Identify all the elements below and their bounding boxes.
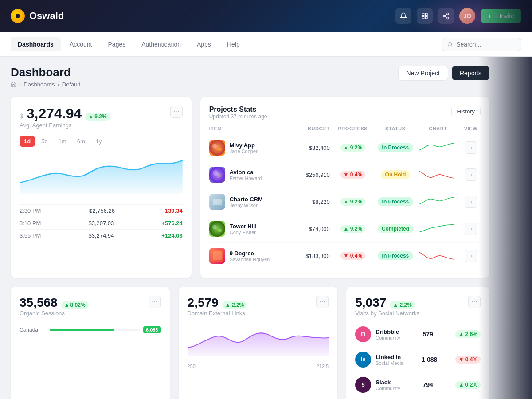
mini-chart-4 <box>419 250 454 262</box>
nav-item-apps[interactable]: Apps <box>190 37 218 51</box>
project-icon-0 <box>209 140 225 156</box>
social-item-dribbble: D Dribbble Community 579 ▲ 2.6% <box>355 322 481 347</box>
reports-button[interactable]: Reports <box>452 66 489 80</box>
links-chart <box>188 325 329 356</box>
social-card: 5,037 ▲ 2.2% Visits by Social Networks ·… <box>346 287 489 399</box>
status-1: On Hold <box>381 170 411 179</box>
invite-button[interactable]: + + Invite <box>481 9 521 23</box>
progress-0: ▲ 9.2% <box>340 144 366 152</box>
svg-line-8 <box>445 14 447 16</box>
layout-button[interactable] <box>417 8 433 24</box>
history-button[interactable]: History <box>451 106 481 117</box>
earnings-more-button[interactable]: ··· <box>170 106 183 118</box>
budget-2: $8,220 <box>291 199 330 205</box>
row-change-0: -139.34 <box>163 207 183 214</box>
up-arrow-icon: ▲ <box>88 113 94 120</box>
budget-1: $256,910 <box>291 172 330 178</box>
user-avatar[interactable]: JD <box>459 8 475 24</box>
row-change-1: +576.24 <box>161 220 182 227</box>
share-button[interactable] <box>438 8 454 24</box>
main-nav: Dashboards Account Pages Authentication … <box>0 32 532 57</box>
project-icon-3 <box>209 221 225 237</box>
projects-updated: Updated 37 minutes ago <box>209 113 267 120</box>
page-title: Dashboard <box>11 66 80 79</box>
linkedin-count: 1,088 <box>422 356 437 363</box>
table-header: ITEM BUDGET PROGRESS STATUS CHART VIEW <box>209 121 481 134</box>
data-row-1: 3:10 PM $3,207.03 +576.24 <box>20 217 183 229</box>
col-item: ITEM <box>209 126 287 131</box>
bar-track-canada <box>50 329 140 331</box>
bar-fill-canada <box>50 329 114 331</box>
earnings-subtitle: Avg. Agent Earnings <box>20 122 110 129</box>
col-progress: PROGRESS <box>333 126 372 131</box>
new-project-button[interactable]: New Project <box>398 66 448 81</box>
svg-point-6 <box>447 17 449 19</box>
col-budget: BUDGET <box>291 126 330 131</box>
col-chart: CHART <box>419 126 458 131</box>
view-btn-0[interactable]: → <box>465 141 477 154</box>
view-btn-3[interactable]: → <box>465 223 477 235</box>
slack-count: 794 <box>422 381 433 388</box>
time-filters: 1d 5d 1m 6m 1y <box>20 136 183 147</box>
svg-point-21 <box>218 229 222 232</box>
filter-1m[interactable]: 1m <box>54 136 71 147</box>
svg-rect-1 <box>426 13 428 16</box>
view-btn-1[interactable]: → <box>465 168 477 181</box>
mini-chart-0 <box>419 141 454 154</box>
home-icon <box>11 82 16 87</box>
sessions-label: Organic Sessions <box>20 310 89 317</box>
social-label: Visits by Social Networks <box>355 310 419 317</box>
logo-icon <box>11 9 25 23</box>
svg-point-12 <box>212 144 217 148</box>
breadcrumb-dashboards: Dashboards <box>23 81 55 88</box>
project-name-0: Mivy App <box>230 142 258 149</box>
currency-symbol: $ <box>20 113 23 120</box>
dribbble-change: ▲ 2.6% <box>455 330 481 338</box>
project-icon-1 <box>209 167 225 183</box>
nav-item-dashboards[interactable]: Dashboards <box>11 37 61 51</box>
social-item-slack: S Slack Community 794 ▲ 0.2% <box>355 372 481 397</box>
status-4: In Process <box>378 251 414 260</box>
sessions-more-button[interactable]: ··· <box>149 296 161 308</box>
search-bar[interactable] <box>442 38 521 51</box>
svg-point-20 <box>212 225 217 229</box>
filter-6m[interactable]: 6m <box>73 136 90 147</box>
row-time-1: 3:10 PM <box>20 220 41 227</box>
nav-item-authentication[interactable]: Authentication <box>134 37 188 51</box>
filter-5d[interactable]: 5d <box>37 136 52 147</box>
status-2: In Process <box>378 197 414 206</box>
project-name-1: Avionica <box>230 169 262 176</box>
table-row: Mivy App Jane Cooper $32,400 ▲ 9.2% In P… <box>209 134 481 161</box>
project-author-3: Cody Fisher <box>230 230 257 235</box>
project-name-3: Tower Hill <box>230 223 257 230</box>
svg-line-10 <box>451 45 452 46</box>
sessions-card: 35,568 ▲ 8.02% Organic Sessions ··· Cana… <box>11 287 170 399</box>
social-more-button[interactable]: ··· <box>468 296 481 308</box>
nav-item-account[interactable]: Account <box>63 37 99 51</box>
mini-chart-3 <box>419 223 454 235</box>
svg-point-5 <box>443 15 445 17</box>
projects-title: Projects Stats <box>209 106 267 113</box>
data-row-0: 2:30 PM $2,756.26 -139.34 <box>20 204 183 217</box>
filter-1y[interactable]: 1y <box>91 136 106 147</box>
notifications-button[interactable] <box>395 8 411 24</box>
row-change-2: +124.03 <box>161 232 182 239</box>
links-label: Domain External Links <box>188 310 247 317</box>
sessions-change: ▲ 8.02% <box>61 301 89 309</box>
svg-point-16 <box>217 173 221 178</box>
table-row: 9 Degree Savannah Nguyen $183,300 ▼ 0.4%… <box>209 243 481 269</box>
social-amount: 5,037 <box>355 296 386 310</box>
mini-chart-1 <box>419 168 454 181</box>
row-time-2: 3:55 PM <box>20 232 41 239</box>
view-btn-4[interactable]: → <box>465 250 477 262</box>
sessions-amount: 35,568 <box>20 296 58 310</box>
view-btn-2[interactable]: → <box>465 196 477 208</box>
app-name: Oswald <box>29 10 64 22</box>
nav-item-help[interactable]: Help <box>220 37 247 51</box>
data-row-2: 3:55 PM $3,274.94 +124.03 <box>20 229 183 242</box>
links-more-button[interactable]: ··· <box>316 296 329 308</box>
filter-1d[interactable]: 1d <box>20 136 35 147</box>
bottom-grid: 35,568 ▲ 8.02% Organic Sessions ··· Cana… <box>11 287 489 399</box>
search-input[interactable] <box>456 41 516 48</box>
nav-item-pages[interactable]: Pages <box>101 37 133 51</box>
